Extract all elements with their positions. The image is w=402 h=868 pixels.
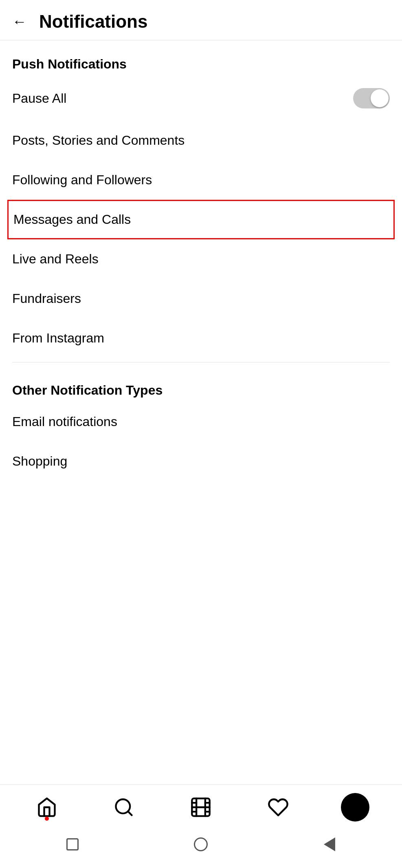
nav-icons-row [0,785,402,826]
menu-item-live-reels[interactable]: Live and Reels [12,239,390,279]
pause-all-label: Pause All [12,91,66,106]
page-title: Notifications [39,11,147,32]
nav-search-button[interactable] [110,793,138,822]
home-notification-dot [45,817,49,821]
menu-item-from-instagram[interactable]: From Instagram [12,318,390,358]
menu-item-shopping[interactable]: Shopping [12,442,390,481]
spacer [0,633,402,784]
email-notifications-label: Email notifications [12,414,117,429]
recent-apps-icon [66,838,79,850]
android-nav-bar [0,826,402,868]
live-reels-label: Live and Reels [12,252,99,267]
menu-item-pause-all[interactable]: Pause All [12,76,390,121]
android-back-button[interactable] [317,832,342,857]
content-area: Push Notifications Pause All Posts, Stor… [0,40,402,633]
android-home-button[interactable] [189,832,213,857]
section-divider [12,362,390,362]
fundraisers-label: Fundraisers [12,291,81,306]
nav-activity-button[interactable] [264,793,292,822]
push-notifications-header: Push Notifications [12,40,390,76]
menu-item-fundraisers[interactable]: Fundraisers [12,279,390,318]
bottom-navigation [0,784,402,868]
svg-line-1 [128,811,132,815]
nav-profile-button[interactable] [341,793,369,822]
pause-all-toggle[interactable] [353,88,390,108]
shopping-label: Shopping [12,454,67,469]
page-header: ← Notifications [0,0,402,40]
nav-home-button[interactable] [33,793,61,822]
nav-reels-button[interactable] [187,793,215,822]
toggle-knob [371,89,389,107]
back-button[interactable]: ← [12,14,27,29]
other-notifications-header: Other Notification Types [12,367,390,402]
messages-calls-label: Messages and Calls [13,212,131,227]
from-instagram-label: From Instagram [12,331,104,346]
menu-item-messages-calls[interactable]: Messages and Calls [7,200,395,239]
menu-item-posts-stories[interactable]: Posts, Stories and Comments [12,121,390,160]
following-followers-label: Following and Followers [12,172,152,188]
back-icon [324,837,335,851]
menu-item-following-followers[interactable]: Following and Followers [12,160,390,200]
home-icon [194,837,208,851]
android-recent-button[interactable] [60,832,85,857]
menu-item-email-notifications[interactable]: Email notifications [12,402,390,442]
posts-stories-label: Posts, Stories and Comments [12,133,185,148]
